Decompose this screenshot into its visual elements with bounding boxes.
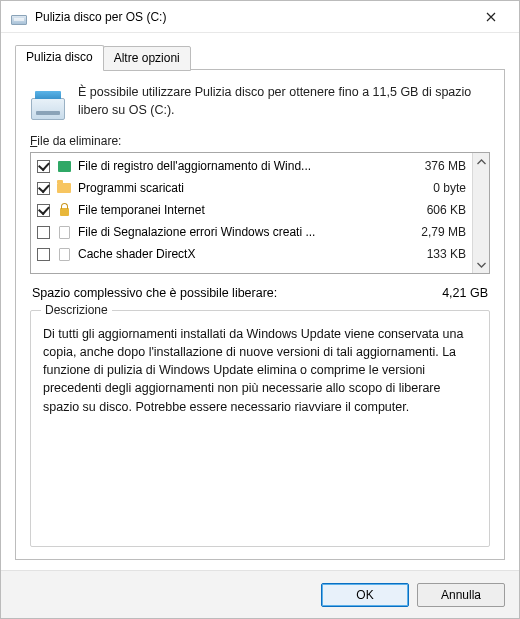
- item-size: 133 KB: [402, 247, 466, 261]
- item-size: 0 byte: [402, 181, 466, 195]
- cancel-button[interactable]: Annulla: [417, 583, 505, 607]
- chevron-down-icon: [477, 262, 486, 268]
- folder-icon: [56, 180, 72, 196]
- scrollbar[interactable]: [472, 153, 489, 273]
- list-item[interactable]: File di Segnalazione errori Windows crea…: [31, 221, 472, 243]
- list-item[interactable]: Cache shader DirectX133 KB: [31, 243, 472, 265]
- scroll-up-button[interactable]: [473, 153, 489, 170]
- file-icon: [56, 224, 72, 240]
- app-icon: [11, 9, 27, 25]
- scroll-track[interactable]: [473, 170, 489, 256]
- total-label: Spazio complessivo che è possibile liber…: [32, 286, 277, 300]
- green-icon: [56, 158, 72, 174]
- list-item[interactable]: File di registro dell'aggiornamento di W…: [31, 155, 472, 177]
- tab-strip: Pulizia disco Altre opzioni: [15, 45, 505, 70]
- checkbox[interactable]: [37, 248, 50, 261]
- item-name: File temporanei Internet: [78, 203, 396, 217]
- item-size: 606 KB: [402, 203, 466, 217]
- drive-icon: [30, 84, 66, 120]
- disk-cleanup-window: Pulizia disco per OS (C:) Pulizia disco …: [0, 0, 520, 619]
- total-value: 4,21 GB: [442, 286, 488, 300]
- titlebar: Pulizia disco per OS (C:): [1, 1, 519, 33]
- description-group: Descrizione Di tutti gli aggiornamenti i…: [30, 310, 490, 547]
- description-legend: Descrizione: [41, 303, 112, 317]
- chevron-up-icon: [477, 159, 486, 165]
- file-icon: [56, 246, 72, 262]
- files-listbox[interactable]: File di registro dell'aggiornamento di W…: [30, 152, 490, 274]
- total-row: Spazio complessivo che è possibile liber…: [32, 286, 488, 300]
- button-bar: OK Annulla: [1, 570, 519, 618]
- files-label: File da eliminare:: [30, 134, 490, 148]
- intro-text: È possibile utilizzare Pulizia disco per…: [78, 84, 490, 119]
- tab-page: È possibile utilizzare Pulizia disco per…: [15, 69, 505, 560]
- item-name: Programmi scaricati: [78, 181, 396, 195]
- checkbox[interactable]: [37, 160, 50, 173]
- files-items: File di registro dell'aggiornamento di W…: [31, 153, 472, 273]
- description-text: Di tutti gli aggiornamenti installati da…: [43, 325, 477, 416]
- tab-more-options[interactable]: Altre opzioni: [103, 46, 191, 71]
- checkbox[interactable]: [37, 182, 50, 195]
- content-area: Pulizia disco Altre opzioni È possibile …: [1, 33, 519, 570]
- item-name: File di registro dell'aggiornamento di W…: [78, 159, 396, 173]
- scroll-down-button[interactable]: [473, 256, 489, 273]
- tab-disk-cleanup[interactable]: Pulizia disco: [15, 45, 104, 70]
- intro-row: È possibile utilizzare Pulizia disco per…: [30, 84, 490, 120]
- item-size: 376 MB: [402, 159, 466, 173]
- list-item[interactable]: Programmi scaricati0 byte: [31, 177, 472, 199]
- item-size: 2,79 MB: [402, 225, 466, 239]
- list-item[interactable]: File temporanei Internet606 KB: [31, 199, 472, 221]
- close-button[interactable]: [471, 3, 511, 31]
- window-title: Pulizia disco per OS (C:): [35, 10, 471, 24]
- checkbox[interactable]: [37, 226, 50, 239]
- close-icon: [486, 12, 496, 22]
- ok-button[interactable]: OK: [321, 583, 409, 607]
- lock-icon: [56, 202, 72, 218]
- item-name: Cache shader DirectX: [78, 247, 396, 261]
- item-name: File di Segnalazione errori Windows crea…: [78, 225, 396, 239]
- checkbox[interactable]: [37, 204, 50, 217]
